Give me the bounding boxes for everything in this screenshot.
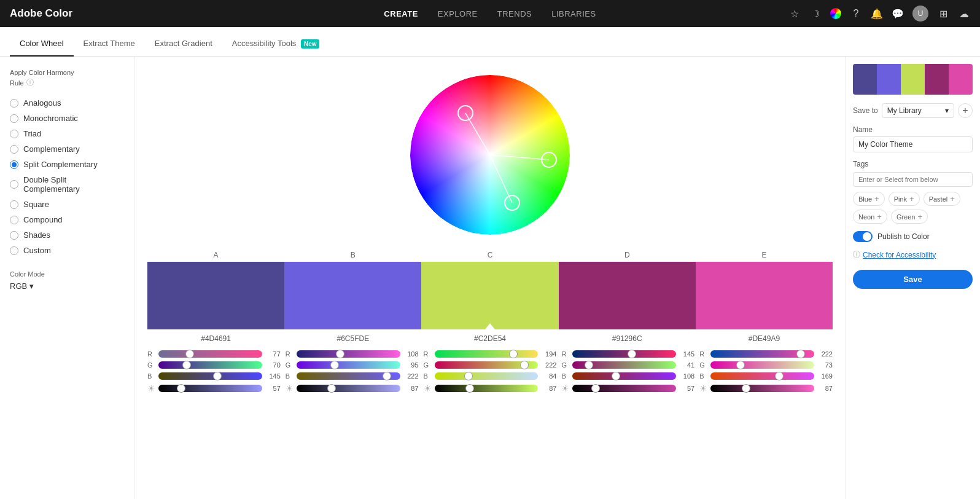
- avatar[interactable]: U: [912, 6, 928, 22]
- name-input[interactable]: [853, 136, 973, 152]
- tag-blue[interactable]: Blue +: [853, 192, 885, 206]
- tab-accessibility-tools[interactable]: Accessibility Tools New: [222, 31, 330, 57]
- slider-track-b-d[interactable]: [572, 372, 676, 380]
- slider-thumb-r-a[interactable]: [185, 350, 194, 358]
- color-mode-select[interactable]: RGB ▾: [10, 281, 125, 291]
- slider-track-br-b[interactable]: [297, 385, 400, 392]
- moon-icon[interactable]: ☽: [809, 7, 822, 20]
- slider-track-r-b[interactable]: [297, 350, 400, 358]
- tab-extract-gradient[interactable]: Extract Gradient: [145, 31, 222, 57]
- harmony-compound[interactable]: Compound: [10, 212, 125, 227]
- swatch-c[interactable]: [421, 262, 558, 329]
- message-icon[interactable]: 💬: [892, 7, 904, 20]
- swatch-d[interactable]: [559, 262, 696, 329]
- tag-green[interactable]: Green +: [891, 210, 928, 224]
- swatch-hex-e: #DE49A9: [696, 334, 833, 343]
- slider-track-g-c[interactable]: [435, 361, 539, 369]
- slider-track-r-a[interactable]: [158, 350, 262, 358]
- save-to-add-button[interactable]: +: [958, 103, 973, 118]
- star-icon[interactable]: ☆: [788, 7, 801, 20]
- slider-track-br-d[interactable]: [572, 385, 676, 392]
- harmony-complementary-label: Complementary: [23, 144, 80, 154]
- tab-color-wheel[interactable]: Color Wheel: [10, 31, 74, 57]
- slider-track-r-e[interactable]: [710, 350, 814, 358]
- slider-thumb-g-c[interactable]: [520, 361, 529, 369]
- tags-input[interactable]: [853, 172, 973, 187]
- harmony-double-split-complementary[interactable]: Double Split Complementary: [10, 172, 125, 197]
- harmony-split-complementary[interactable]: Split Complementary: [10, 157, 125, 172]
- harmony-complementary[interactable]: Complementary: [10, 141, 125, 157]
- save-to-select[interactable]: My Library ▾: [882, 103, 954, 118]
- harmony-square[interactable]: Square: [10, 197, 125, 212]
- harmony-analogous[interactable]: Analogous: [10, 95, 125, 111]
- slider-track-r-c[interactable]: [435, 350, 539, 358]
- nav-explore[interactable]: EXPLORE: [438, 9, 478, 18]
- publish-toggle[interactable]: [853, 231, 873, 242]
- slider-thumb-r-c[interactable]: [509, 350, 518, 358]
- slider-track-br-e[interactable]: [710, 385, 814, 392]
- tag-plus-pink: +: [909, 194, 914, 203]
- harmony-triad[interactable]: Triad: [10, 126, 125, 141]
- slider-track-g-b[interactable]: [297, 361, 400, 369]
- swatch-b[interactable]: [284, 262, 421, 329]
- tab-extract-theme[interactable]: Extract Theme: [74, 31, 145, 57]
- slider-thumb-g-e[interactable]: [736, 361, 745, 369]
- accessibility-row: ⓘ Check for Accessibility: [853, 250, 973, 260]
- cloud-icon[interactable]: ☁: [958, 7, 970, 20]
- slider-thumb-r-d[interactable]: [628, 350, 636, 358]
- slider-thumb-g-a[interactable]: [182, 361, 191, 369]
- tag-pastel[interactable]: Pastel +: [924, 192, 960, 206]
- slider-track-g-d[interactable]: [572, 361, 676, 369]
- slider-thumb-b-e[interactable]: [775, 372, 784, 380]
- save-button[interactable]: Save: [853, 270, 973, 289]
- slider-track-b-a[interactable]: [158, 372, 262, 380]
- grid-icon[interactable]: ⊞: [937, 7, 949, 20]
- slider-r-e: R 222: [699, 350, 833, 358]
- harmony-custom[interactable]: Custom: [10, 243, 125, 258]
- slider-track-br-a[interactable]: [158, 385, 262, 392]
- brand-logo: Adobe Color: [10, 7, 72, 20]
- nav-libraries[interactable]: LIBRARIES: [551, 9, 596, 18]
- slider-thumb-br-d[interactable]: [591, 384, 600, 393]
- color-wheel[interactable]: [404, 69, 576, 241]
- slider-br-b: ☀ 87: [286, 383, 419, 393]
- accessibility-link[interactable]: Check for Accessibility: [863, 251, 936, 259]
- slider-label-r-b: R: [286, 350, 294, 358]
- nav-trends[interactable]: TRENDS: [497, 9, 532, 18]
- slider-thumb-r-e[interactable]: [796, 350, 805, 358]
- slider-track-b-e[interactable]: [710, 372, 814, 380]
- slider-thumb-b-c[interactable]: [464, 372, 473, 380]
- slider-thumb-br-e[interactable]: [742, 384, 750, 393]
- slider-track-r-d[interactable]: [572, 350, 676, 358]
- chevron-down-icon: ▾: [945, 106, 949, 115]
- slider-track-g-e[interactable]: [710, 361, 814, 369]
- slider-track-br-c[interactable]: [435, 385, 539, 392]
- slider-track-g-a[interactable]: [158, 361, 262, 369]
- slider-thumb-b-d[interactable]: [612, 372, 620, 380]
- publish-label: Publish to Color: [877, 232, 930, 241]
- help-icon[interactable]: ?: [850, 7, 862, 20]
- slider-thumb-br-b[interactable]: [327, 384, 336, 393]
- slider-thumb-br-a[interactable]: [177, 384, 185, 393]
- swatch-e[interactable]: [696, 262, 833, 329]
- slider-thumb-g-d[interactable]: [585, 361, 593, 369]
- harmony-shades[interactable]: Shades: [10, 227, 125, 243]
- slider-thumb-b-b[interactable]: [383, 372, 391, 380]
- info-icon[interactable]: ⓘ: [26, 77, 34, 88]
- colorwheel-icon[interactable]: [830, 8, 841, 19]
- slider-thumb-b-a[interactable]: [213, 372, 222, 380]
- tag-pink[interactable]: Pink +: [889, 192, 920, 206]
- notification-icon[interactable]: 🔔: [871, 7, 883, 20]
- nav-create[interactable]: CREATE: [384, 9, 418, 18]
- swatches-row: [147, 262, 833, 329]
- slider-label-br-b: ☀: [286, 383, 294, 393]
- swatch-a[interactable]: [147, 262, 284, 329]
- harmony-monochromatic[interactable]: Monochromatic: [10, 111, 125, 126]
- slider-col-e: R 222 G 73 B: [699, 350, 833, 397]
- tag-neon[interactable]: Neon +: [853, 210, 887, 224]
- slider-thumb-r-b[interactable]: [336, 350, 344, 358]
- slider-track-b-b[interactable]: [297, 372, 400, 380]
- slider-track-b-c[interactable]: [435, 372, 539, 380]
- slider-thumb-br-c[interactable]: [465, 384, 474, 393]
- slider-thumb-g-b[interactable]: [330, 361, 339, 369]
